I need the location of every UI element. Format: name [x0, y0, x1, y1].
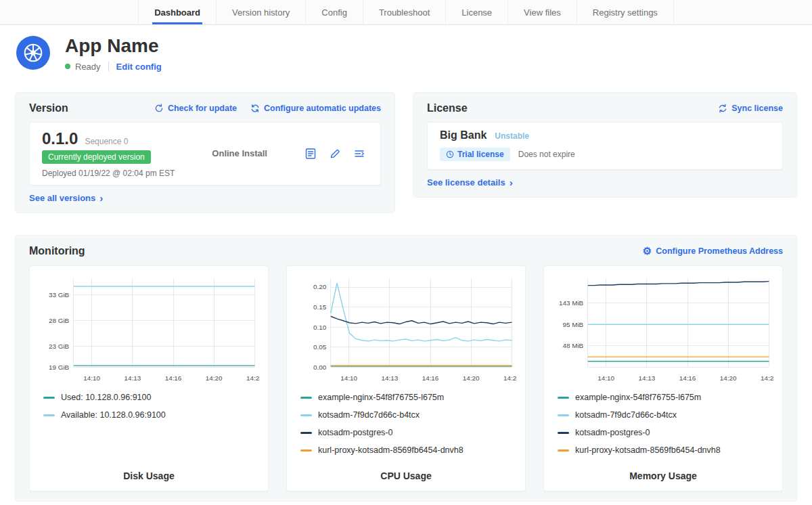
app-status-dot: [65, 64, 70, 69]
legend-swatch: [300, 397, 312, 399]
cpu-usage-chart: 0.000.050.100.150.2014:1014:1314:1614:20…: [295, 271, 517, 389]
svg-text:14:20: 14:20: [206, 374, 223, 382]
customer-name: Big Bank: [440, 129, 487, 141]
svg-text:0.00: 0.00: [313, 363, 327, 370]
legend-item: example-nginx-54f8f76755-l675m: [558, 393, 774, 402]
svg-text:14:13: 14:13: [124, 374, 141, 382]
app-header: App Name Ready Edit config: [0, 25, 812, 72]
svg-text:19 GiB: 19 GiB: [49, 363, 70, 370]
auto-update-icon: [250, 104, 260, 113]
app-title: App Name: [65, 36, 162, 57]
version-info: 0.1.0 Sequence 0 Currently deployed vers…: [42, 129, 175, 178]
svg-text:14:10: 14:10: [597, 374, 614, 382]
license-customer-row: Big Bank Unstable: [440, 129, 770, 141]
svg-text:0.15: 0.15: [313, 303, 327, 311]
tab-license[interactable]: License: [445, 0, 508, 24]
monitoring-title: Monitoring: [29, 245, 85, 257]
monitoring-section: Monitoring ⚙ Configure Prometheus Addres…: [15, 235, 797, 502]
sequence-label: Sequence 0: [85, 137, 128, 146]
legend-label: kurl-proxy-kotsadm-8569fb6454-dnvh8: [575, 445, 721, 455]
configure-prometheus-label: Configure Prometheus Address: [656, 246, 783, 256]
legend-swatch: [558, 432, 569, 434]
svg-text:14:16: 14:16: [679, 374, 696, 382]
see-license-details-label: See license details: [427, 177, 505, 188]
legend-item: Used: 10.128.0.96:9100: [43, 393, 260, 402]
clock-icon: [446, 150, 454, 158]
see-license-details-link[interactable]: See license details ›: [427, 177, 513, 188]
legend-swatch: [558, 414, 569, 416]
tab-dashboard[interactable]: Dashboard: [138, 0, 216, 24]
legend-item: kurl-proxy-kotsadm-8569fb6454-dnvh8: [558, 445, 774, 455]
legend-swatch: [300, 432, 312, 434]
version-card-header: Version Check for update: [29, 102, 381, 114]
svg-text:0.20: 0.20: [313, 283, 327, 290]
svg-text:14:20: 14:20: [720, 374, 737, 382]
legend-swatch: [558, 397, 569, 399]
trial-license-badge: Trial license: [440, 148, 510, 161]
check-for-update-link[interactable]: Check for update: [154, 104, 237, 113]
edit-version-icon[interactable]: [329, 148, 341, 160]
app-status-text: Ready: [75, 62, 101, 72]
chevron-right-icon: ›: [99, 193, 103, 203]
svg-text:14:13: 14:13: [381, 374, 398, 382]
legend-label: kotsadm-7f9dc7d66c-b4tcx: [318, 410, 420, 420]
svg-text:14:16: 14:16: [422, 374, 439, 382]
tab-view-files[interactable]: View files: [508, 0, 577, 24]
kubernetes-logo-icon: [16, 36, 50, 70]
legend-swatch: [43, 414, 55, 416]
version-card-title: Version: [29, 102, 68, 114]
tab-config[interactable]: Config: [305, 0, 363, 24]
cards-row: Version Check for update: [15, 92, 797, 213]
disk-usage-chart: 19 GiB23 GiB28 GiB33 GiB14:1014:1314:161…: [38, 271, 260, 389]
chart-legend: example-nginx-54f8f76755-l675mkotsadm-7f…: [295, 393, 517, 463]
legend-label: kotsadm-postgres-0: [575, 428, 650, 437]
tab-troubleshoot[interactable]: Troubleshoot: [363, 0, 445, 24]
version-card: Version Check for update: [15, 92, 395, 213]
expiration-text: Does not expire: [518, 150, 575, 159]
legend-label: example-nginx-54f8f76755-l675m: [318, 393, 444, 402]
release-notes-icon[interactable]: [304, 148, 317, 160]
gear-icon: ⚙: [643, 246, 652, 256]
version-card-links: Check for update Configure automatic upd…: [154, 104, 381, 113]
tab-registry-settings[interactable]: Registry settings: [577, 0, 674, 24]
version-number: 0.1.0: [42, 129, 78, 148]
cpu-usage-chart-card: 0.000.050.100.150.2014:1014:1314:1614:20…: [286, 265, 526, 491]
svg-text:14:20: 14:20: [463, 374, 480, 382]
legend-label: Used: 10.128.0.96:9100: [61, 393, 151, 402]
chevron-right-icon: ›: [510, 177, 513, 188]
sync-license-label: Sync license: [731, 104, 783, 113]
legend-swatch: [558, 449, 569, 452]
svg-text:14:13: 14:13: [638, 374, 655, 382]
version-line: 0.1.0 Sequence 0: [42, 129, 128, 148]
legend-label: kurl-proxy-kotsadm-8569fb6454-dnvh8: [318, 445, 464, 455]
sync-icon: [718, 104, 727, 113]
legend-item: example-nginx-54f8f76755-l675m: [300, 393, 517, 402]
refresh-icon: [154, 104, 164, 113]
svg-text:28 GiB: 28 GiB: [49, 317, 70, 324]
svg-text:143 MiB: 143 MiB: [559, 299, 584, 307]
deploy-logs-icon[interactable]: [353, 148, 365, 160]
license-card-title: License: [427, 102, 468, 114]
tab-version-history[interactable]: Version history: [216, 0, 305, 24]
chart-title: CPU Usage: [295, 466, 517, 481]
legend-item: kurl-proxy-kotsadm-8569fb6454-dnvh8: [300, 445, 517, 455]
top-nav: Dashboard Version history Config Trouble…: [0, 0, 812, 25]
svg-text:14:23: 14:23: [761, 374, 774, 382]
legend-item: kotsadm-7f9dc7d66c-b4tcx: [558, 410, 774, 420]
monitoring-header: Monitoring ⚙ Configure Prometheus Addres…: [29, 245, 783, 257]
svg-text:33 GiB: 33 GiB: [49, 290, 70, 298]
chart-title: Disk Usage: [38, 466, 260, 481]
edit-config-link[interactable]: Edit config: [116, 62, 162, 72]
configure-automatic-updates-label: Configure automatic updates: [264, 104, 381, 113]
legend-swatch: [300, 449, 312, 452]
memory-usage-chart-card: 48 MiB95 MiB143 MiB14:1014:1314:1614:201…: [543, 265, 783, 491]
charts-row: 19 GiB23 GiB28 GiB33 GiB14:1014:1314:161…: [29, 265, 783, 491]
see-all-versions-link[interactable]: See all versions ›: [29, 193, 103, 203]
sync-license-link[interactable]: Sync license: [718, 104, 783, 113]
app-header-text: App Name Ready Edit config: [65, 36, 162, 72]
configure-automatic-updates-link[interactable]: Configure automatic updates: [250, 104, 381, 113]
svg-text:95 MiB: 95 MiB: [562, 320, 583, 328]
configure-prometheus-link[interactable]: ⚙ Configure Prometheus Address: [643, 246, 783, 256]
svg-text:14:23: 14:23: [503, 374, 517, 382]
check-for-update-label: Check for update: [168, 104, 237, 113]
